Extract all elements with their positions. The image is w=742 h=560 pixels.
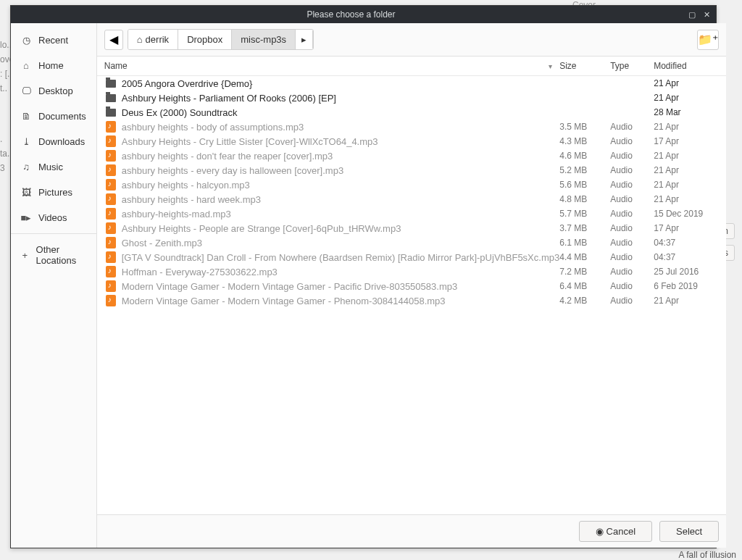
file-row[interactable]: ashbury heights - halcyon.mp35.6 MBAudio…	[97, 177, 726, 192]
chevron-right-icon: ▸	[301, 34, 307, 45]
file-size: 5.2 MB	[559, 165, 610, 175]
file-row[interactable]: Modern Vintage Gamer - Modern Vintage Ga…	[97, 293, 726, 308]
folder-row[interactable]: 2005 Angora Overdrive {Demo}21 Apr	[97, 76, 726, 91]
audio-file-icon	[104, 294, 117, 307]
audio-file-icon	[104, 178, 117, 191]
sidebar-item-documents[interactable]: 🗎Documents	[11, 104, 96, 129]
audio-file-icon	[104, 193, 117, 206]
file-row[interactable]: Ghost - Zenith.mp36.1 MBAudio04:37	[97, 235, 726, 250]
breadcrumb-misc-mp3s[interactable]: misc-mp3s	[232, 30, 296, 49]
file-name: ashbury heights - hard week.mp3	[122, 194, 559, 205]
breadcrumb-forward[interactable]: ▸	[296, 30, 313, 49]
sort-desc-icon: ▾	[549, 62, 559, 70]
audio-file-icon	[104, 120, 117, 133]
audio-file-icon	[104, 265, 117, 278]
desktop-icon: 🖵	[21, 86, 31, 96]
audio-file-icon	[104, 236, 117, 249]
file-modified: 21 Apr	[654, 180, 719, 190]
file-type: Audio	[610, 122, 654, 132]
file-type: Audio	[610, 209, 654, 219]
file-modified: 17 Apr	[654, 136, 719, 146]
column-modified[interactable]: Modified	[654, 61, 719, 71]
file-type: Audio	[610, 180, 654, 190]
file-name: Ashbury Heights - People are Strange [Co…	[122, 223, 559, 234]
sidebar-item-desktop[interactable]: 🖵Desktop	[11, 78, 96, 104]
pictures-icon: 🖼	[21, 188, 31, 198]
documents-icon: 🗎	[21, 112, 31, 122]
file-size: 4.3 MB	[559, 136, 610, 146]
file-name: 2005 Angora Overdrive {Demo}	[122, 78, 559, 89]
file-row[interactable]: ashbury heights - hard week.mp34.8 MBAud…	[97, 192, 726, 206]
audio-file-icon	[104, 207, 117, 220]
file-size: 4.4 MB	[559, 252, 610, 262]
sidebar-item-music[interactable]: ♫Music	[11, 154, 96, 180]
sidebar-item-home[interactable]: ⌂Home	[11, 53, 96, 78]
file-modified: 21 Apr	[654, 194, 719, 204]
breadcrumb: ⌂derrikDropboxmisc-mp3s▸	[128, 29, 314, 50]
file-modified: 21 Apr	[654, 151, 719, 161]
file-row[interactable]: Modern Vintage Gamer - Modern Vintage Ga…	[97, 279, 726, 293]
file-size: 3.5 MB	[559, 122, 610, 132]
file-name: ashbury-heights-mad.mp3	[122, 209, 559, 220]
file-size: 3.7 MB	[559, 223, 610, 233]
file-type: Audio	[610, 136, 654, 146]
sidebar-item-videos[interactable]: ■▸Videos	[11, 205, 96, 230]
file-type: Audio	[610, 194, 654, 204]
file-size: 6.1 MB	[559, 238, 610, 248]
file-name: Ashbury Heights - Parliament Of Rooks (2…	[122, 93, 559, 104]
cancel-icon: ◉	[596, 526, 604, 537]
audio-file-icon	[104, 222, 117, 235]
file-row[interactable]: ashbury heights - don't fear the reaper …	[97, 149, 726, 163]
file-modified: 21 Apr	[654, 78, 719, 88]
audio-file-icon	[104, 149, 117, 162]
column-headers[interactable]: Name ▾ Size Type Modified	[97, 57, 726, 76]
cancel-button[interactable]: ◉ Cancel	[579, 521, 652, 542]
file-name: ashbury heights - every day is halloween…	[122, 165, 559, 176]
folder-chooser-dialog: Please choose a folder ▢ ✕ ◷Recent⌂Home🖵…	[10, 5, 717, 548]
audio-file-icon	[104, 251, 117, 264]
folder-row[interactable]: Deus Ex (2000) Soundtrack28 Mar	[97, 105, 726, 120]
breadcrumb-derrik[interactable]: ⌂derrik	[128, 30, 178, 49]
window-title: Please choose a folder	[15, 9, 687, 20]
column-name[interactable]: Name ▾	[104, 61, 559, 71]
file-row[interactable]: ashbury heights - body of assumptions.mp…	[97, 120, 726, 134]
sidebar-item-pictures[interactable]: 🖼Pictures	[11, 180, 96, 205]
sidebar-item-label: Music	[38, 162, 63, 172]
file-name: Deus Ex (2000) Soundtrack	[122, 107, 559, 118]
column-type[interactable]: Type	[610, 61, 654, 71]
file-modified: 28 Mar	[654, 107, 719, 117]
column-size[interactable]: Size	[559, 61, 610, 71]
audio-file-icon	[104, 135, 117, 148]
sidebar-item-label: Downloads	[38, 136, 85, 147]
videos-icon: ■▸	[21, 213, 31, 223]
sidebar-item-downloads[interactable]: ⤓Downloads	[11, 129, 96, 154]
select-button[interactable]: Select	[659, 521, 719, 542]
back-button[interactable]: ◀	[104, 30, 123, 50]
file-row[interactable]: Hoffman - Everyway-275303622.mp37.2 MBAu…	[97, 264, 726, 279]
new-folder-icon: 📁⁺	[698, 33, 718, 46]
close-icon[interactable]: ✕	[701, 9, 712, 20]
file-type: Audio	[610, 281, 654, 291]
file-size: 4.6 MB	[559, 151, 610, 161]
file-row[interactable]: [GTA V Soundtrack] Dan Croll - From Nowh…	[97, 250, 726, 264]
audio-file-icon	[104, 280, 117, 293]
file-row[interactable]: Ashbury Heights - Cry Little Sister [Cov…	[97, 134, 726, 149]
file-list[interactable]: 2005 Angora Overdrive {Demo}21 AprAshbur…	[97, 76, 726, 514]
file-row[interactable]: Ashbury Heights - People are Strange [Co…	[97, 221, 726, 235]
breadcrumb-dropbox[interactable]: Dropbox	[178, 30, 232, 49]
new-folder-button[interactable]: 📁⁺	[697, 30, 719, 50]
folder-row[interactable]: Ashbury Heights - Parliament Of Rooks (2…	[97, 91, 726, 105]
file-modified: 21 Apr	[654, 296, 719, 306]
file-type: Audio	[610, 151, 654, 161]
sidebar-item-label: Desktop	[38, 85, 73, 96]
maximize-icon[interactable]: ▢	[687, 9, 697, 20]
file-row[interactable]: ashbury-heights-mad.mp35.7 MBAudio15 Dec…	[97, 206, 726, 221]
file-size: 4.2 MB	[559, 296, 610, 306]
sidebar-other-locations[interactable]: + Other Locations	[11, 237, 96, 273]
dialog-footer: ◉ Cancel Select	[97, 514, 726, 548]
file-row[interactable]: ashbury heights - every day is halloween…	[97, 163, 726, 177]
sidebar-item-recent[interactable]: ◷Recent	[11, 28, 96, 53]
path-bar: ◀ ⌂derrikDropboxmisc-mp3s▸ 📁⁺	[97, 23, 726, 57]
file-modified: 04:37	[654, 252, 719, 262]
file-name: ashbury heights - halcyon.mp3	[122, 180, 559, 191]
